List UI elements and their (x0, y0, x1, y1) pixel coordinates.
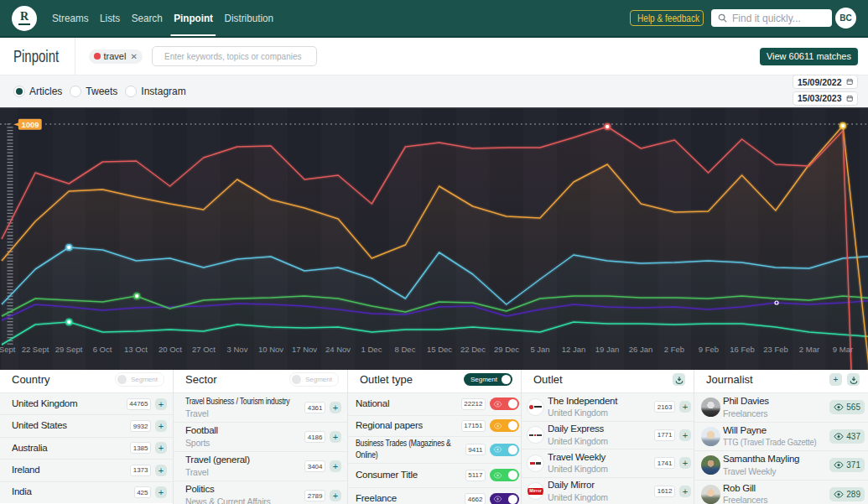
svg-text:5 Jan: 5 Jan (530, 345, 549, 354)
svg-text:3 Nov: 3 Nov (227, 345, 248, 354)
svg-text:2 Feb: 2 Feb (664, 345, 684, 354)
svg-text:1 Dec: 1 Dec (361, 345, 382, 354)
svg-text:9 Mar: 9 Mar (833, 345, 853, 354)
svg-text:20 Oct: 20 Oct (159, 345, 182, 354)
svg-text:22 Sept: 22 Sept (22, 345, 49, 354)
svg-text:10 Nov: 10 Nov (258, 345, 283, 354)
svg-text:24 Nov: 24 Nov (325, 345, 351, 354)
svg-text:29 Sept: 29 Sept (55, 345, 83, 354)
svg-text:19 Jan: 19 Jan (595, 345, 620, 354)
svg-text:9 Feb: 9 Feb (699, 345, 719, 354)
svg-text:23 Feb: 23 Feb (763, 345, 788, 354)
svg-text:1009: 1009 (21, 120, 39, 129)
svg-text:15 Sept: 15 Sept (0, 345, 16, 354)
svg-text:13 Oct: 13 Oct (124, 345, 148, 354)
svg-text:17 Nov: 17 Nov (292, 345, 317, 354)
svg-text:26 Jan: 26 Jan (629, 345, 653, 354)
svg-text:29 Dec: 29 Dec (494, 345, 519, 354)
svg-text:16 Feb: 16 Feb (730, 345, 755, 354)
svg-text:27 Oct: 27 Oct (192, 345, 216, 354)
svg-text:6 Oct: 6 Oct (93, 345, 112, 354)
svg-text:22 Dec: 22 Dec (460, 345, 486, 354)
svg-text:2 Mar: 2 Mar (799, 345, 819, 354)
svg-text:12 Jan: 12 Jan (562, 345, 586, 354)
svg-text:8 Dec: 8 Dec (395, 345, 416, 354)
svg-text:15 Dec: 15 Dec (427, 345, 452, 354)
